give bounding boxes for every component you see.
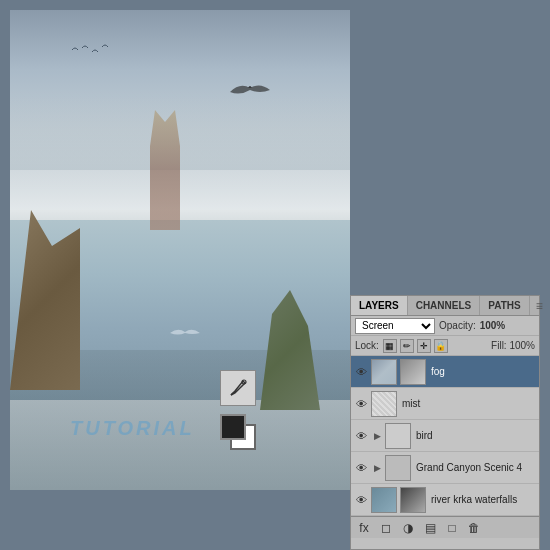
visibility-mist[interactable]: 👁 [353,396,369,412]
layer-name-waterfalls: river krka waterfalls [431,494,537,505]
panel-menu-icon[interactable]: ≡ [530,296,549,315]
layer-thumb-grand-canyon [385,455,411,481]
delete-layer-btn[interactable]: 🗑 [465,519,483,537]
fill-label: Fill: 100% [491,340,535,351]
layer-list: 👁 fog 👁 mist 👁 ▶ bird [351,356,539,516]
layer-thumb-mist [371,391,397,417]
lock-label: Lock: [355,340,379,351]
layer-thumb-fog [371,359,397,385]
layers-panel: LAYERS CHANNELS PATHS ≡ Screen Normal Mu… [350,295,540,550]
tab-layers[interactable]: LAYERS [351,296,408,315]
layer-thumb-waterfalls [371,487,397,513]
visibility-bird[interactable]: 👁 [353,428,369,444]
svg-rect-2 [386,424,411,449]
panel-tabs: LAYERS CHANNELS PATHS ≡ [351,296,539,316]
panel-toolbar: fx ◻ ◑ ▤ □ 🗑 [351,516,539,538]
new-group-btn[interactable]: ▤ [421,519,439,537]
layer-fx-btn[interactable]: fx [355,519,373,537]
layer-item-bird[interactable]: 👁 ▶ bird [351,420,539,452]
workspace: TUTORIAL LAYERS CHANNELS PATHS ≡ Scree [0,0,550,550]
group-arrow-bird[interactable]: ▶ [371,430,383,442]
layer-item-fog[interactable]: 👁 fog [351,356,539,388]
blend-mode-select[interactable]: Screen Normal Multiply Overlay [355,318,435,334]
layer-mask-waterfalls [400,487,426,513]
lock-move-btn[interactable]: ✛ [417,339,431,353]
opacity-value: 100% [480,320,506,331]
visibility-grand-canyon[interactable]: 👁 [353,460,369,476]
seagull-bird [170,325,200,340]
blend-row: Screen Normal Multiply Overlay Opacity: … [351,316,539,336]
layer-name-grand-canyon: Grand Canyon Scenic 4 [416,462,537,473]
eagle-bird [230,80,270,100]
tutorial-watermark: TUTORIAL [70,417,195,440]
toolbox [220,370,256,450]
pen-tool[interactable] [220,370,256,406]
layer-item-waterfalls[interactable]: 👁 river krka waterfalls [351,484,539,516]
canvas-area: TUTORIAL [10,10,350,490]
new-layer-btn[interactable]: □ [443,519,461,537]
adjustment-layer-btn[interactable]: ◑ [399,519,417,537]
tab-channels[interactable]: CHANNELS [408,296,481,315]
small-birds [70,40,110,62]
layer-name-mist: mist [402,398,537,409]
layer-thumb-bird [385,423,411,449]
lock-transparent-btn[interactable]: ▦ [383,339,397,353]
color-swatches [220,414,256,450]
visibility-waterfalls[interactable]: 👁 [353,492,369,508]
layer-item-mist[interactable]: 👁 mist [351,388,539,420]
lock-row: Lock: ▦ ✏ ✛ 🔒 Fill: 100% [351,336,539,356]
group-arrow-grand-canyon[interactable]: ▶ [371,462,383,474]
visibility-fog[interactable]: 👁 [353,364,369,380]
layer-item-grand-canyon[interactable]: 👁 ▶ Grand Canyon Scenic 4 [351,452,539,484]
foreground-color-swatch[interactable] [220,414,246,440]
lock-paint-btn[interactable]: ✏ [400,339,414,353]
lock-all-btn[interactable]: 🔒 [434,339,448,353]
tab-paths[interactable]: PATHS [480,296,529,315]
opacity-label: Opacity: [439,320,476,331]
lock-icons: ▦ ✏ ✛ 🔒 [383,339,448,353]
layer-mask-fog [400,359,426,385]
layer-mask-btn[interactable]: ◻ [377,519,395,537]
layer-name-fog: fog [431,366,537,377]
layer-name-bird: bird [416,430,537,441]
